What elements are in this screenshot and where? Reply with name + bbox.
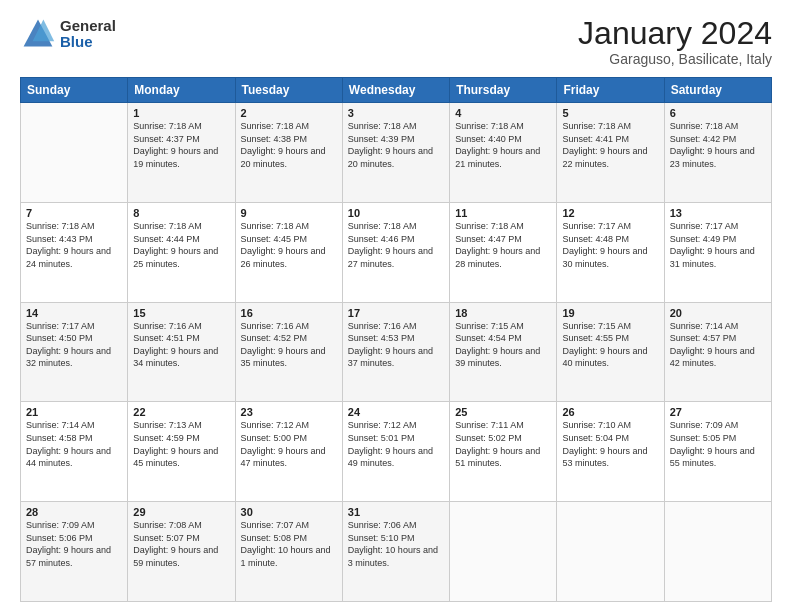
logo-text: General Blue — [60, 18, 116, 51]
daylight-text: Daylight: 9 hours and 35 minutes. — [241, 346, 326, 369]
day-number: 9 — [241, 207, 337, 219]
day-info: Sunrise: 7:18 AM Sunset: 4:39 PM Dayligh… — [348, 120, 444, 170]
sunset-text: Sunset: 5:06 PM — [26, 533, 93, 543]
sunrise-text: Sunrise: 7:15 AM — [562, 321, 631, 331]
week-row-1: 1 Sunrise: 7:18 AM Sunset: 4:37 PM Dayli… — [21, 103, 772, 203]
sunrise-text: Sunrise: 7:14 AM — [26, 420, 95, 430]
sunrise-text: Sunrise: 7:07 AM — [241, 520, 310, 530]
day-number: 20 — [670, 307, 766, 319]
table-row: 16 Sunrise: 7:16 AM Sunset: 4:52 PM Dayl… — [235, 302, 342, 402]
week-row-3: 14 Sunrise: 7:17 AM Sunset: 4:50 PM Dayl… — [21, 302, 772, 402]
table-row: 29 Sunrise: 7:08 AM Sunset: 5:07 PM Dayl… — [128, 502, 235, 602]
sunrise-text: Sunrise: 7:18 AM — [26, 221, 95, 231]
day-info: Sunrise: 7:09 AM Sunset: 5:06 PM Dayligh… — [26, 519, 122, 569]
day-info: Sunrise: 7:10 AM Sunset: 5:04 PM Dayligh… — [562, 419, 658, 469]
day-number: 10 — [348, 207, 444, 219]
sunrise-text: Sunrise: 7:16 AM — [348, 321, 417, 331]
table-row — [664, 502, 771, 602]
day-info: Sunrise: 7:07 AM Sunset: 5:08 PM Dayligh… — [241, 519, 337, 569]
table-row: 4 Sunrise: 7:18 AM Sunset: 4:40 PM Dayli… — [450, 103, 557, 203]
daylight-text: Daylight: 9 hours and 27 minutes. — [348, 246, 433, 269]
daylight-text: Daylight: 9 hours and 49 minutes. — [348, 446, 433, 469]
sunset-text: Sunset: 4:39 PM — [348, 134, 415, 144]
table-row: 30 Sunrise: 7:07 AM Sunset: 5:08 PM Dayl… — [235, 502, 342, 602]
table-row: 22 Sunrise: 7:13 AM Sunset: 4:59 PM Dayl… — [128, 402, 235, 502]
col-thursday: Thursday — [450, 78, 557, 103]
sunrise-text: Sunrise: 7:15 AM — [455, 321, 524, 331]
day-number: 4 — [455, 107, 551, 119]
day-number: 29 — [133, 506, 229, 518]
sunset-text: Sunset: 4:49 PM — [670, 234, 737, 244]
sunset-text: Sunset: 4:40 PM — [455, 134, 522, 144]
day-number: 6 — [670, 107, 766, 119]
sunset-text: Sunset: 4:41 PM — [562, 134, 629, 144]
sunset-text: Sunset: 5:04 PM — [562, 433, 629, 443]
daylight-text: Daylight: 9 hours and 37 minutes. — [348, 346, 433, 369]
table-row: 25 Sunrise: 7:11 AM Sunset: 5:02 PM Dayl… — [450, 402, 557, 502]
daylight-text: Daylight: 10 hours and 3 minutes. — [348, 545, 438, 568]
col-saturday: Saturday — [664, 78, 771, 103]
sunset-text: Sunset: 5:05 PM — [670, 433, 737, 443]
day-info: Sunrise: 7:12 AM Sunset: 5:01 PM Dayligh… — [348, 419, 444, 469]
day-info: Sunrise: 7:14 AM Sunset: 4:57 PM Dayligh… — [670, 320, 766, 370]
logo-blue-text: Blue — [60, 34, 116, 51]
day-number: 22 — [133, 406, 229, 418]
sunset-text: Sunset: 4:59 PM — [133, 433, 200, 443]
table-row: 10 Sunrise: 7:18 AM Sunset: 4:46 PM Dayl… — [342, 202, 449, 302]
sunrise-text: Sunrise: 7:09 AM — [670, 420, 739, 430]
sunrise-text: Sunrise: 7:17 AM — [26, 321, 95, 331]
table-row: 7 Sunrise: 7:18 AM Sunset: 4:43 PM Dayli… — [21, 202, 128, 302]
day-number: 31 — [348, 506, 444, 518]
day-number: 18 — [455, 307, 551, 319]
day-info: Sunrise: 7:18 AM Sunset: 4:47 PM Dayligh… — [455, 220, 551, 270]
location-subtitle: Garaguso, Basilicate, Italy — [578, 51, 772, 67]
table-row: 11 Sunrise: 7:18 AM Sunset: 4:47 PM Dayl… — [450, 202, 557, 302]
day-info: Sunrise: 7:18 AM Sunset: 4:45 PM Dayligh… — [241, 220, 337, 270]
sunrise-text: Sunrise: 7:13 AM — [133, 420, 202, 430]
day-info: Sunrise: 7:08 AM Sunset: 5:07 PM Dayligh… — [133, 519, 229, 569]
daylight-text: Daylight: 10 hours and 1 minute. — [241, 545, 331, 568]
table-row: 31 Sunrise: 7:06 AM Sunset: 5:10 PM Dayl… — [342, 502, 449, 602]
day-number: 24 — [348, 406, 444, 418]
day-number: 27 — [670, 406, 766, 418]
daylight-text: Daylight: 9 hours and 30 minutes. — [562, 246, 647, 269]
sunrise-text: Sunrise: 7:18 AM — [455, 221, 524, 231]
sunset-text: Sunset: 4:51 PM — [133, 333, 200, 343]
sunset-text: Sunset: 4:38 PM — [241, 134, 308, 144]
logo: General Blue — [20, 16, 116, 52]
table-row: 9 Sunrise: 7:18 AM Sunset: 4:45 PM Dayli… — [235, 202, 342, 302]
week-row-2: 7 Sunrise: 7:18 AM Sunset: 4:43 PM Dayli… — [21, 202, 772, 302]
table-row: 5 Sunrise: 7:18 AM Sunset: 4:41 PM Dayli… — [557, 103, 664, 203]
day-number: 21 — [26, 406, 122, 418]
daylight-text: Daylight: 9 hours and 39 minutes. — [455, 346, 540, 369]
table-row: 21 Sunrise: 7:14 AM Sunset: 4:58 PM Dayl… — [21, 402, 128, 502]
col-sunday: Sunday — [21, 78, 128, 103]
sunset-text: Sunset: 4:55 PM — [562, 333, 629, 343]
daylight-text: Daylight: 9 hours and 20 minutes. — [348, 146, 433, 169]
day-number: 12 — [562, 207, 658, 219]
day-number: 16 — [241, 307, 337, 319]
day-info: Sunrise: 7:15 AM Sunset: 4:54 PM Dayligh… — [455, 320, 551, 370]
sunrise-text: Sunrise: 7:10 AM — [562, 420, 631, 430]
day-number: 25 — [455, 406, 551, 418]
table-row: 19 Sunrise: 7:15 AM Sunset: 4:55 PM Dayl… — [557, 302, 664, 402]
table-row: 24 Sunrise: 7:12 AM Sunset: 5:01 PM Dayl… — [342, 402, 449, 502]
daylight-text: Daylight: 9 hours and 23 minutes. — [670, 146, 755, 169]
sunset-text: Sunset: 4:42 PM — [670, 134, 737, 144]
sunset-text: Sunset: 5:10 PM — [348, 533, 415, 543]
sunset-text: Sunset: 4:44 PM — [133, 234, 200, 244]
sunset-text: Sunset: 4:48 PM — [562, 234, 629, 244]
sunset-text: Sunset: 5:07 PM — [133, 533, 200, 543]
day-info: Sunrise: 7:09 AM Sunset: 5:05 PM Dayligh… — [670, 419, 766, 469]
sunrise-text: Sunrise: 7:18 AM — [670, 121, 739, 131]
sunset-text: Sunset: 5:01 PM — [348, 433, 415, 443]
day-number: 17 — [348, 307, 444, 319]
table-row: 3 Sunrise: 7:18 AM Sunset: 4:39 PM Dayli… — [342, 103, 449, 203]
day-number: 30 — [241, 506, 337, 518]
month-title: January 2024 — [578, 16, 772, 51]
table-row: 15 Sunrise: 7:16 AM Sunset: 4:51 PM Dayl… — [128, 302, 235, 402]
sunrise-text: Sunrise: 7:11 AM — [455, 420, 524, 430]
day-info: Sunrise: 7:18 AM Sunset: 4:44 PM Dayligh… — [133, 220, 229, 270]
day-info: Sunrise: 7:18 AM Sunset: 4:43 PM Dayligh… — [26, 220, 122, 270]
day-info: Sunrise: 7:18 AM Sunset: 4:40 PM Dayligh… — [455, 120, 551, 170]
